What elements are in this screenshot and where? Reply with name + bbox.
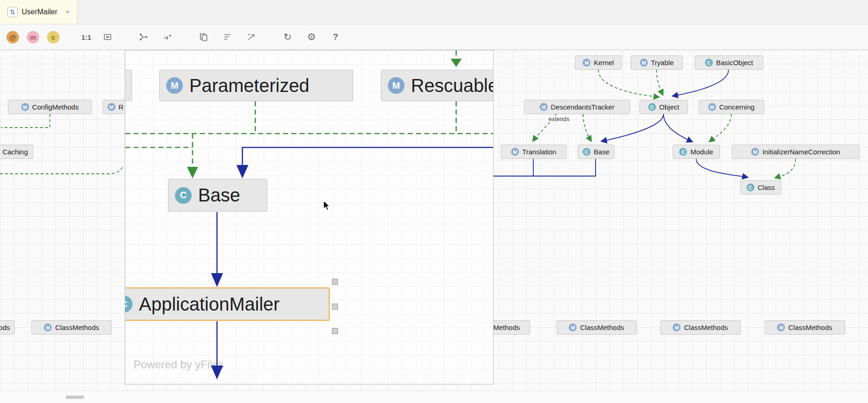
node-label: ClassMethods [0, 324, 10, 331]
magnified-diagram-panel[interactable]: M Parameterized M Rescuable C Base C App… [125, 50, 494, 385]
fit-content-button[interactable] [100, 29, 115, 45]
node-label: ClassMethods [55, 324, 99, 331]
class-icon: C [125, 296, 133, 312]
show-methods-toggle[interactable]: m [27, 31, 39, 43]
layout-arrow-icon [247, 32, 257, 42]
class-icon: C [648, 103, 656, 111]
class-icon: C [175, 187, 192, 204]
tab-usermailer[interactable]: ⇅ UserMailer ✕ [0, 0, 78, 24]
module-icon: M [388, 77, 404, 94]
selection-handle[interactable] [332, 304, 338, 310]
module-icon: M [673, 324, 681, 331]
class-icon: C [747, 183, 754, 191]
tab-close-icon[interactable]: ✕ [65, 9, 70, 15]
apply-layout-button[interactable] [244, 29, 259, 45]
node-label: DescendantsTracker [551, 103, 615, 111]
module-icon: M [21, 103, 29, 111]
node-label: Module [690, 148, 713, 156]
node-label: Object [659, 103, 679, 111]
show-children-button[interactable] [160, 29, 175, 45]
layout-list-button[interactable] [220, 29, 235, 45]
horizontal-scrollbar-thumb[interactable] [66, 396, 84, 399]
edge-label-extends: extends [547, 116, 571, 122]
node-label: R [119, 103, 124, 111]
node-caching[interactable]: MCaching [0, 145, 33, 159]
show-constants-toggle[interactable]: c [47, 31, 60, 43]
selection-handle[interactable] [332, 328, 338, 334]
node-label: Base [198, 185, 240, 206]
edge-navy-into-base [242, 147, 493, 165]
copy-icon [199, 32, 208, 42]
node-label: ApplicationMailer [139, 294, 280, 315]
node-label: Rescuable [411, 75, 494, 96]
node-concerning[interactable]: MConcerning [699, 100, 764, 114]
green-arrowhead [187, 167, 198, 178]
node-descendantstracker[interactable]: MDescendantsTracker [524, 100, 630, 114]
node-label: Parameterized [189, 75, 309, 96]
module-icon: M [708, 103, 716, 111]
node-classmethods[interactable]: MClassMethods [0, 320, 15, 335]
node-label: ClassMethods [580, 324, 624, 331]
node-classmethods[interactable]: MClassMethods [31, 320, 112, 335]
node-kernel[interactable]: MKernel [575, 55, 622, 70]
node-rescuable[interactable]: M Rescuable [381, 70, 494, 101]
refresh-button[interactable]: ↻ [280, 29, 295, 45]
module-icon: M [540, 103, 548, 111]
module-icon: M [777, 324, 785, 331]
node-classmethods[interactable]: MClassMethods [765, 320, 845, 335]
node-basicobject[interactable]: CBasicObject [695, 55, 763, 70]
node-classmethods[interactable]: MClassMethods [556, 320, 637, 335]
help-button[interactable]: ? [328, 29, 344, 45]
node-classmethods[interactable]: MClassMethods [660, 320, 741, 335]
horizontal-scrollbar-track[interactable] [0, 391, 868, 403]
node-base[interactable]: C Base [168, 179, 267, 212]
navy-arrowhead [211, 273, 223, 287]
copy-diagram-button[interactable] [196, 29, 211, 45]
arrow-to-node-icon [163, 32, 172, 42]
class-icon: C [679, 148, 687, 156]
yfiles-watermark: Powered by yFiles [133, 358, 224, 371]
node-class[interactable]: CClass [740, 180, 781, 195]
show-parents-button[interactable] [136, 29, 151, 45]
node-label: Tryable [651, 59, 674, 67]
node-label: ClassMethods [788, 324, 832, 331]
green-arrowhead [451, 59, 462, 67]
node-initializernamecorrection[interactable]: MInitializerNameCorrection [732, 145, 860, 159]
node-applicationmailer[interactable]: C ApplicationMailer [125, 287, 330, 321]
module-icon: M [166, 77, 183, 94]
fit-content-icon [103, 32, 112, 42]
node-module[interactable]: CModule [673, 145, 720, 159]
node-base[interactable]: CBase [578, 145, 615, 159]
module-icon: M [583, 59, 591, 67]
navy-arrowhead [236, 165, 248, 178]
node-label: Concerning [719, 103, 755, 111]
module-icon: M [108, 103, 115, 111]
diagram-toolbar: @ m c 1:1 [0, 24, 868, 50]
settings-gear-button[interactable]: ⚙ [304, 29, 319, 45]
node-label: Base [594, 148, 609, 156]
diagram-canvas[interactable]: MKernelMTryableCBasicObjectMConfigMethod… [0, 50, 868, 403]
show-annotations-toggle[interactable]: @ [6, 31, 19, 43]
node-label: ConfigMethods [32, 103, 79, 111]
node-translation[interactable]: MTranslation [501, 145, 567, 159]
node-configmethods[interactable]: MConfigMethods [8, 100, 92, 114]
list-lines-icon [223, 32, 232, 42]
mouse-cursor [323, 200, 334, 212]
node-label: ClassMethods [684, 324, 728, 331]
node-label: Class [758, 183, 775, 191]
module-icon: M [640, 59, 648, 67]
node-clipped-left[interactable] [125, 70, 132, 101]
class-icon: C [583, 148, 591, 156]
module-icon: M [44, 324, 52, 331]
node-label: Kernel [594, 59, 614, 67]
tab-title: UserMailer [22, 8, 57, 16]
module-icon: M [511, 148, 519, 156]
node-label: Caching [2, 148, 28, 156]
selection-handle[interactable] [332, 279, 338, 285]
editor-tab-bar: ⇅ UserMailer ✕ [0, 0, 868, 24]
node-object[interactable]: CObject [639, 100, 688, 114]
node-tryable[interactable]: MTryable [631, 55, 683, 70]
branch-icon [139, 32, 148, 42]
actual-size-button[interactable]: 1:1 [81, 29, 91, 45]
node-parameterized[interactable]: M Parameterized [159, 70, 353, 101]
